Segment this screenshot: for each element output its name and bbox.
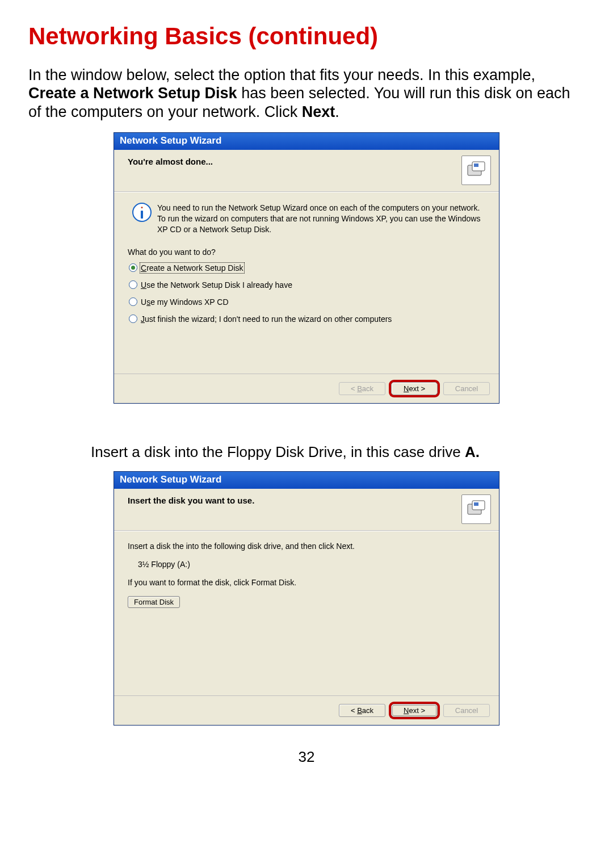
intro-bold-2: Next: [302, 103, 335, 120]
intro-paragraph: In the window below, select the option t…: [28, 66, 585, 121]
insert-instruction: Insert a disk the into the following dis…: [128, 542, 485, 551]
intro-bold-1: Create a Network Setup Disk: [28, 85, 237, 102]
network-folder-icon: [461, 494, 491, 524]
info-row: You need to run the Network Setup Wizard…: [128, 203, 485, 235]
titlebar: Network Setup Wizard: [114, 472, 499, 489]
page-number: 32: [28, 748, 585, 766]
radio-option-just-finish[interactable]: Just finish the wizard; I don't need to …: [128, 315, 485, 324]
wizard-footer: < Back Next > Cancel: [114, 695, 499, 725]
radio-icon: [129, 280, 137, 289]
radio-option-use-xp-cd[interactable]: Use my Windows XP CD: [128, 297, 485, 307]
info-text: You need to run the Network Setup Wizard…: [157, 203, 485, 235]
caption-2: Insert a disk into the Floppy Disk Drive…: [91, 443, 585, 461]
wizard-header-text: You're almost done...: [128, 156, 213, 166]
wizard-body: Insert a disk the into the following dis…: [114, 531, 499, 695]
svg-rect-5: [474, 502, 478, 506]
page-title: Networking Basics (continued): [28, 23, 585, 50]
format-instruction: If you want to format the disk, click Fo…: [128, 578, 485, 587]
info-icon: [132, 203, 152, 222]
intro-text-1: In the window below, select the option t…: [28, 66, 535, 83]
radio-label: Just finish the wizard; I don't need to …: [141, 315, 392, 324]
wizard-header: Insert the disk you want to use.: [114, 489, 499, 531]
network-folder-icon: [461, 156, 491, 185]
radio-label: Use my Windows XP CD: [141, 297, 229, 307]
wizard-body: You need to run the Network Setup Wizard…: [114, 192, 499, 374]
radio-icon: [129, 263, 137, 272]
drive-label: 3½ Floppy (A:): [128, 560, 485, 569]
wizard-dialog-1: Network Setup Wizard You're almost done.…: [114, 132, 499, 404]
radio-icon: [129, 297, 137, 306]
wizard-footer: < Back Next > Cancel: [114, 374, 499, 403]
back-button: < Back: [339, 382, 385, 395]
titlebar: Network Setup Wizard: [114, 133, 499, 150]
radio-option-create-disk[interactable]: Create a Network Setup Disk: [128, 263, 485, 272]
radio-label: Create a Network Setup Disk: [141, 263, 243, 272]
question-label: What do you want to do?: [128, 248, 485, 257]
cancel-button: Cancel: [443, 704, 490, 717]
cancel-button: Cancel: [443, 382, 490, 395]
next-button[interactable]: Next >: [391, 704, 438, 717]
wizard-dialog-2: Network Setup Wizard Insert the disk you…: [114, 471, 499, 726]
caption-2-text: Insert a disk into the Floppy Disk Drive…: [91, 443, 465, 460]
next-button[interactable]: Next >: [391, 382, 438, 395]
radio-icon: [129, 315, 137, 323]
radio-option-use-existing-disk[interactable]: Use the Network Setup Disk I already hav…: [128, 280, 485, 290]
caption-2-bold: A.: [465, 443, 480, 460]
format-disk-button[interactable]: Format Disk: [128, 596, 180, 608]
intro-text-3: .: [335, 103, 339, 120]
radio-label: Use the Network Setup Disk I already hav…: [141, 280, 292, 290]
wizard-header: You're almost done...: [114, 150, 499, 192]
back-button[interactable]: < Back: [339, 704, 385, 717]
svg-rect-2: [474, 163, 478, 167]
wizard-header-text: Insert the disk you want to use.: [128, 494, 254, 505]
